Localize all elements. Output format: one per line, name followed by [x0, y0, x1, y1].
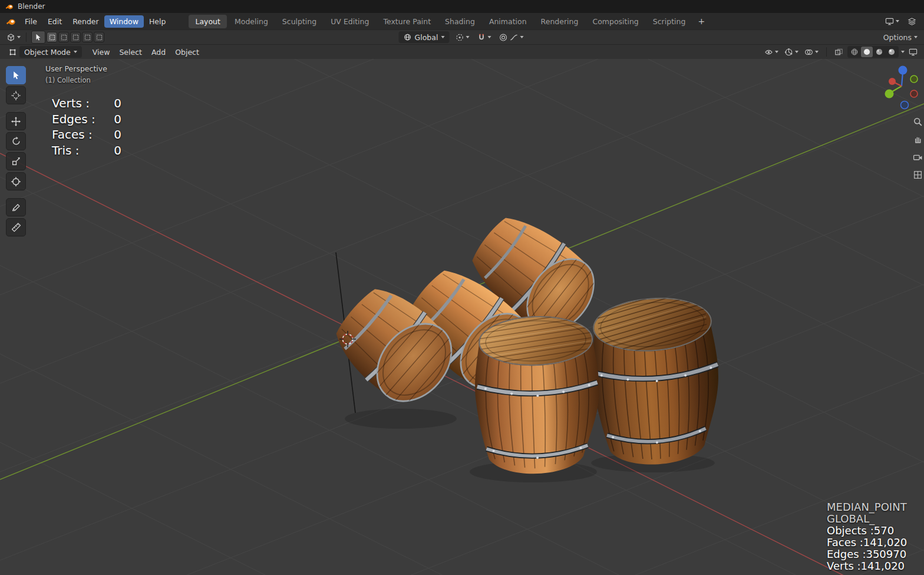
- menu-edit[interactable]: Edit: [42, 15, 67, 28]
- tab-rendering[interactable]: Rendering: [534, 15, 585, 28]
- overlays-dropdown[interactable]: [803, 47, 820, 58]
- select-mode-extend[interactable]: [58, 32, 69, 42]
- menu-window[interactable]: Window: [104, 15, 144, 28]
- tab-modeling[interactable]: Modeling: [228, 15, 275, 28]
- tool-cursor-3d[interactable]: [6, 86, 26, 104]
- tool-move[interactable]: [6, 112, 26, 130]
- shading-mode-group: [847, 46, 899, 58]
- viewport-canvas[interactable]: [0, 59, 924, 575]
- tab-layout[interactable]: Layout: [189, 15, 227, 28]
- eye-icon: [764, 48, 773, 57]
- layers-icon: [908, 17, 916, 26]
- tool-transform[interactable]: [6, 172, 26, 190]
- dropdown-caret: [487, 36, 491, 38]
- stat-value: 0: [114, 143, 121, 159]
- dropdown-caret: [74, 51, 77, 53]
- transform-snap-cluster: Global: [399, 31, 526, 43]
- viewport-header: Object Mode View Select Add Object: [0, 44, 924, 59]
- viewport-render-icon[interactable]: [907, 47, 919, 58]
- gizmo-z-neg-axis[interactable]: [901, 101, 909, 109]
- select-mode-intersect[interactable]: [94, 32, 104, 42]
- tool-scale[interactable]: [6, 152, 26, 170]
- tab-scripting[interactable]: Scripting: [646, 15, 692, 28]
- xray-toggle[interactable]: [833, 47, 845, 58]
- tab-animation[interactable]: Animation: [483, 15, 533, 28]
- gizmo-x-neg-axis[interactable]: [910, 90, 918, 97]
- stat-value: 0: [114, 127, 121, 143]
- menu-render[interactable]: Render: [67, 15, 104, 28]
- menu-select[interactable]: Select: [114, 46, 147, 58]
- scene-selector[interactable]: [883, 16, 901, 27]
- toggle-projection-button[interactable]: [913, 170, 923, 180]
- select-mode-invert[interactable]: [82, 32, 93, 42]
- snap-toggle[interactable]: [475, 32, 493, 43]
- rotate-icon: [11, 136, 21, 146]
- barrel-standing-front-right[interactable]: [586, 281, 725, 468]
- pan-button[interactable]: [913, 134, 923, 144]
- shading-material-button[interactable]: [873, 47, 885, 57]
- gizmos-dropdown[interactable]: [783, 47, 800, 58]
- camera-view-button[interactable]: [913, 152, 923, 162]
- menu-object[interactable]: Object: [170, 46, 204, 58]
- navigation-gizmo[interactable]: [879, 64, 923, 111]
- shading-rendered-button[interactable]: [886, 47, 897, 57]
- select-mode-new[interactable]: [47, 32, 57, 42]
- menu-add[interactable]: Add: [147, 46, 170, 58]
- gizmo-x-axis[interactable]: [889, 78, 896, 85]
- barrel-standing-front-left[interactable]: [472, 305, 602, 475]
- tool-rotate[interactable]: [6, 132, 26, 150]
- add-workspace-button[interactable]: +: [693, 15, 710, 27]
- stat-value: 0: [114, 96, 121, 111]
- tab-sculpting[interactable]: Sculpting: [276, 15, 323, 28]
- objects-count: Objects :570: [827, 525, 907, 537]
- orientation-label: GLOBAL_: [827, 513, 907, 525]
- shading-solid-button[interactable]: [861, 47, 873, 57]
- active-collection-label: (1) Collection: [45, 76, 91, 84]
- window-title: Blender: [18, 2, 45, 11]
- tab-uv-editing[interactable]: UV Editing: [324, 15, 375, 28]
- scale-icon: [11, 156, 21, 166]
- active-tool-button[interactable]: [31, 31, 45, 44]
- view-layer-selector[interactable]: [906, 16, 918, 27]
- zoom-button[interactable]: [913, 117, 923, 127]
- blender-menu-icon[interactable]: [6, 17, 16, 27]
- toolbar: [6, 66, 26, 236]
- proportional-editing-toggle[interactable]: [497, 32, 525, 43]
- tab-shading[interactable]: Shading: [438, 15, 481, 28]
- editor-type-selector[interactable]: [5, 32, 22, 43]
- dropdown-caret: [466, 36, 469, 38]
- pivot-point-icon: [455, 33, 464, 42]
- tool-tweak-select[interactable]: [6, 66, 26, 84]
- menu-file[interactable]: File: [19, 15, 42, 28]
- 3d-viewport[interactable]: User Perspective (1) Collection Verts : …: [0, 59, 924, 575]
- shading-wireframe-button[interactable]: [849, 47, 860, 57]
- transform-orientation-dropdown[interactable]: Global: [399, 31, 450, 43]
- shading-dropdown-caret[interactable]: [901, 51, 905, 53]
- stat-verts: Verts : 0: [52, 96, 121, 111]
- menu-help[interactable]: Help: [144, 15, 171, 28]
- tool-annotate[interactable]: [6, 198, 26, 216]
- orientation-label: Global: [415, 33, 438, 42]
- stat-tris: Tris : 0: [52, 143, 121, 159]
- gizmo-y-neg-axis[interactable]: [910, 75, 918, 83]
- menu-view[interactable]: View: [88, 46, 115, 58]
- stat-edges: Edges : 0: [52, 111, 121, 127]
- gizmo-z-axis[interactable]: [899, 66, 908, 75]
- object-visibility-dropdown[interactable]: [763, 47, 780, 58]
- mode-dropdown[interactable]: Object Mode: [19, 46, 82, 58]
- tool-measure[interactable]: [6, 218, 26, 236]
- pivot-point-dropdown[interactable]: [453, 32, 471, 43]
- tab-compositing[interactable]: Compositing: [586, 15, 645, 28]
- tool-options-dropdown[interactable]: Options: [882, 32, 919, 43]
- solid-sphere-icon: [863, 48, 871, 56]
- workspace-tabs: Layout Modeling Sculpting UV Editing Tex…: [189, 15, 710, 28]
- gizmo-y-axis[interactable]: [885, 90, 894, 98]
- separator: [26, 32, 27, 42]
- scene-statistics-overlay: MEDIAN_POINT GLOBAL_ Objects :570 Faces …: [827, 501, 907, 572]
- tab-texture-paint[interactable]: Texture Paint: [377, 15, 437, 28]
- gizmo-icon: [784, 48, 793, 57]
- toolbar-gap: [6, 106, 26, 110]
- select-arrow-icon: [11, 70, 21, 80]
- select-mode-subtract[interactable]: [70, 32, 81, 42]
- titlebar: Blender: [0, 0, 924, 13]
